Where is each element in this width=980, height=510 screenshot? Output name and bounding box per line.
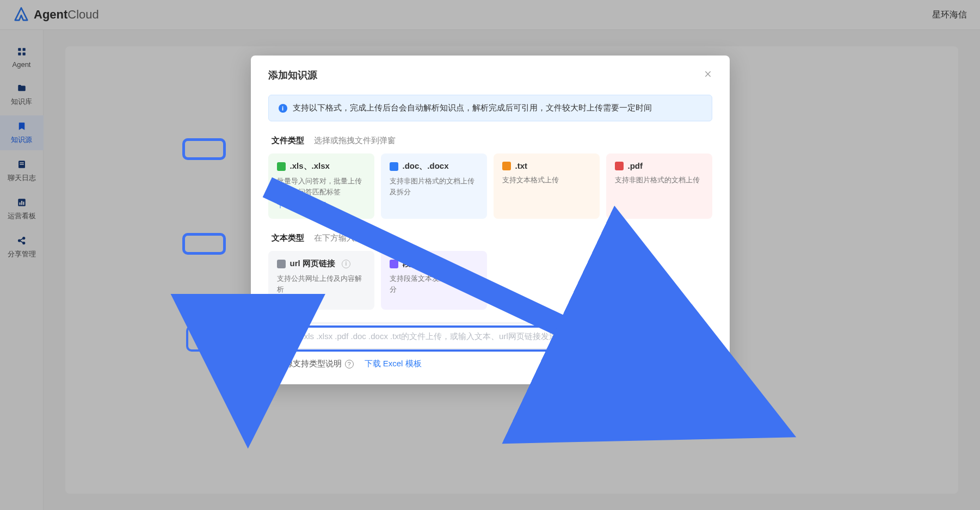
card-desc: 支持非图片格式的文档上传 (615, 175, 704, 186)
download-excel-template-link[interactable]: 下载 Excel 模板 (277, 200, 326, 210)
close-button[interactable] (704, 70, 712, 81)
card-desc: 支持非图片格式的文档上传及拆分 (390, 176, 478, 197)
file-type-card-pdf[interactable]: .pdf 支持非图片格式的文档上传 (606, 153, 712, 219)
card-title: .pdf (628, 161, 643, 170)
file-type-label: 文件类型 (268, 134, 307, 147)
folder-icon (669, 330, 681, 342)
info-banner: i 支持以下格式，完成上传后台会自动解析知识点，解析完成后可引用，文件较大时上传… (268, 95, 712, 121)
info-text: 支持以下格式，完成上传后台会自动解析知识点，解析完成后可引用，文件较大时上传需要… (293, 103, 652, 113)
file-type-card-txt[interactable]: .txt 支持文本格式上传 (494, 153, 600, 219)
support-type-help[interactable]: 知识源支持类型说明? (268, 359, 354, 369)
card-title: .txt (515, 161, 528, 170)
info-tooltip-icon[interactable]: i (342, 260, 350, 268)
card-desc: 支持文本格式上传 (502, 175, 591, 186)
file-type-card-doc[interactable]: .doc、.docx 支持非图片格式的文档上传及拆分 (381, 153, 487, 219)
card-desc: 批量导入问答对，批量上传图片、问答匹配标签 (277, 176, 366, 197)
modal-title: 添加知识源 (268, 69, 317, 82)
text-type-label: 文本类型 (268, 232, 307, 244)
xls-icon (277, 162, 286, 171)
send-icon (697, 328, 711, 342)
download-excel-template-link-bottom[interactable]: 下载 Excel 模板 (365, 359, 422, 369)
card-desc: 支持段落文本发送并自动拆分 (390, 273, 478, 294)
send-button[interactable] (697, 328, 712, 343)
text-type-section-header: 文本类型 在下方输入内容发送 (268, 232, 712, 244)
paragraph-icon (390, 260, 398, 268)
file-type-sub: 选择或拖拽文件到弹窗 (314, 136, 396, 146)
doc-icon (390, 162, 398, 171)
card-title: 段落文本 (403, 259, 435, 269)
card-title: .doc、.docx (403, 161, 449, 171)
card-title: url 网页链接 (290, 259, 335, 269)
card-title: .xls、.xlsx (290, 161, 330, 171)
card-desc: 支持公共网址上传及内容解析 (277, 273, 366, 294)
pdf-icon (615, 162, 624, 170)
info-icon: i (279, 104, 287, 113)
browse-file-button[interactable] (663, 324, 687, 348)
close-icon (704, 70, 712, 78)
file-type-section-header: 文件类型 选择或拖拽文件到弹窗 (268, 134, 712, 147)
link-icon (277, 260, 286, 268)
text-type-card-paragraph[interactable]: 段落文本 支持段落文本发送并自动拆分 (381, 251, 487, 310)
upload-input[interactable] (268, 323, 654, 349)
txt-icon (502, 162, 511, 170)
text-type-sub: 在下方输入内容发送 (314, 233, 387, 243)
add-knowledge-source-modal: 添加知识源 i 支持以下格式，完成上传后台会自动解析知识点，解析完成后可引用，文… (251, 56, 730, 384)
help-icon: ? (345, 360, 354, 368)
text-type-card-url[interactable]: url 网页链接i 支持公共网址上传及内容解析 (268, 251, 374, 310)
file-type-card-xls[interactable]: .xls、.xlsx 批量导入问答对，批量上传图片、问答匹配标签 下载 Exce… (268, 153, 374, 219)
